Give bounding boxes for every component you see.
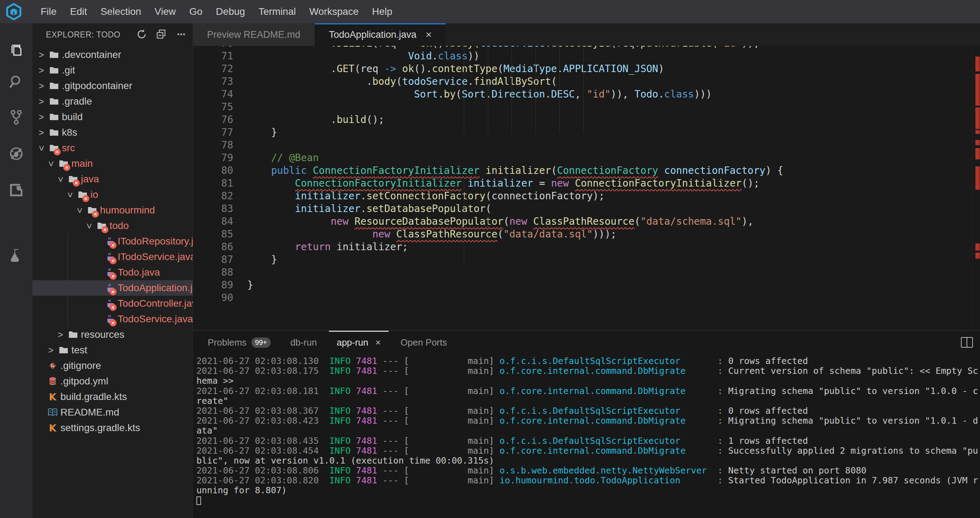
overview-ruler-scrollbar[interactable] [972,46,980,330]
menu-item-file[interactable]: File [34,0,63,23]
tree-item-humourmind[interactable]: >×humourmind [32,202,193,218]
tree-item--devcontainer[interactable]: >.devcontainer [32,47,193,62]
menu-bar: FileEditSelectionViewGoDebugTerminalWork… [0,0,980,23]
code-line-72: 72 .GET(req -> ok().contentType(MediaTyp… [193,62,956,75]
explorer-header: EXPLORER: TODO [32,23,192,46]
problems-count-badge: 99+ [251,338,270,348]
tree-item-label: TodoController.java [118,298,202,309]
code-text: } [247,126,277,138]
tree-item-io[interactable]: >×io [32,187,193,202]
tree-item--gitpodcontainer[interactable]: >.gitpodcontainer [32,78,193,94]
code-text: } [247,254,277,265]
line-number: 85 [193,228,233,240]
code-text: Sort.by(Sort.Direction.DESC, "id")), Tod… [247,88,712,100]
line-number: 70 [193,46,233,49]
split-panel-icon[interactable] [961,337,973,348]
close-tab-icon[interactable]: × [426,29,432,41]
tree-item-todocontroller-java[interactable]: >×TodoController.java [32,296,193,311]
menu-item-edit[interactable]: Edit [63,0,94,23]
terminal-line: reate" [196,396,980,406]
activity-test-flask-icon[interactable] [8,247,24,264]
tree-item--git[interactable]: >.git [32,62,193,78]
code-editor[interactable]: 70 .DELETE(req -> ok().body(todoService.… [193,46,980,330]
tree-item-java[interactable]: >×java [32,171,193,187]
menu-item-selection[interactable]: Selection [94,0,148,23]
activity-files-icon[interactable] [8,42,24,59]
tree-item-src[interactable]: >×src [32,140,193,156]
activity-search-icon[interactable] [8,73,24,90]
tree-item--gitpod-yml[interactable]: >.gitpod.yml [32,373,193,389]
terminal-line: 2021-06-27 02:03:08.435 INFO 7481 --- [ … [196,436,980,446]
code-line-79: 79 // @Bean [193,151,956,164]
tree-item-settings-gradle-kts[interactable]: >Ksettings.gradle.kts [32,420,193,436]
activity-source-control-icon[interactable] [8,109,24,125]
tree-item-k8s[interactable]: >k8s [32,125,193,140]
activity-plugin-icon[interactable] [8,182,24,198]
code-line-87: 87 } [193,253,956,266]
menu-item-debug[interactable]: Debug [209,0,252,23]
terminal-line: 2021-06-27 02:03:08.175 INFO 7481 --- [ … [196,366,980,376]
folder-icon: × [49,143,59,153]
panel-tab-label: db-run [290,337,317,348]
menu-item-terminal[interactable]: Terminal [252,0,303,23]
terminal-line: unning for 8.807) [196,486,980,496]
menu-item-workspace[interactable]: Workspace [302,0,365,23]
menu-item-help[interactable]: Help [365,0,399,23]
tree-item-itodorepository-java[interactable]: >×ITodoRepository.java [32,234,193,249]
tree-item-label: k8s [62,127,77,138]
activity-debug-off-icon[interactable] [8,145,24,162]
terminal-line: 2021-06-27 02:03:08.367 INFO 7481 --- [ … [196,406,980,416]
more-icon[interactable] [175,28,187,40]
collapse-all-icon[interactable] [156,28,167,40]
panel-tab-problems[interactable]: Problems99+ [198,331,280,354]
chevron-icon: > [35,81,47,91]
tree-item-main[interactable]: >×main [32,156,193,171]
line-number: 74 [193,88,233,100]
chevron-icon: > [35,65,47,76]
tree-item-test[interactable]: >test [32,343,193,358]
tree-item-todo-java[interactable]: >×Todo.java [32,265,193,280]
panel-tab-open-ports[interactable]: Open Ports [391,331,457,354]
tree-item-itodoservice-java[interactable]: >×ITodoService.java [32,249,193,265]
terminal-output[interactable]: 2021-06-27 02:03:08.130 INFO 7481 --- [ … [196,356,980,517]
tree-item-label: todo [110,220,129,231]
error-badge: × [73,180,80,186]
code-line-88: 88 [193,266,956,279]
line-number: 80 [193,165,233,176]
chevron-icon: > [46,158,57,170]
tree-item--gitignore[interactable]: >.gitignore [32,358,193,373]
line-number: 71 [193,50,233,62]
file-tree: >.devcontainer>.git>.gitpodcontainer>.gr… [32,47,193,436]
menu-item-go[interactable]: Go [183,0,209,23]
indent-guide [583,46,584,134]
folder-icon [49,65,59,76]
panel-tab-app-run[interactable]: app-run× [327,331,391,354]
explorer-title: EXPLORER: TODO [46,30,121,40]
chevron-icon: > [35,49,47,61]
gitpod-logo-icon[interactable] [5,3,22,21]
refresh-icon[interactable] [136,28,148,40]
tree-item-todo[interactable]: >×todo [32,218,193,234]
line-number: 75 [193,101,233,113]
editor-tab-todoapplication-java[interactable]: TodoApplication.java× [315,23,446,46]
code-line-71: 71 Void.class)) [193,49,956,62]
tree-item-build-gradle-kts[interactable]: >Kbuild.gradle.kts [32,389,193,405]
close-terminal-icon[interactable]: × [375,337,381,348]
tree-item--gradle[interactable]: >.gradle [32,94,193,109]
chevron-icon: > [55,173,66,185]
indent-guide [464,46,464,134]
tree-item-build[interactable]: >build [32,109,193,125]
editor-tab-bar: Preview README.mdTodoApplication.java× [193,23,980,46]
folder-icon [49,96,59,107]
java-file-icon: × [105,314,115,324]
panel-tab-db-run[interactable]: db-run [280,331,327,354]
editor-tab-preview-readme-md[interactable]: Preview README.md [193,23,314,46]
indent-guide [536,46,536,134]
tree-item-readme-md[interactable]: >README.md [32,405,193,420]
tree-item-todoapplication-java[interactable]: >×TodoApplication.java [32,280,193,296]
menu-item-view[interactable]: View [148,0,183,23]
tree-item-todoservice-java[interactable]: >×TodoService.java [32,311,193,327]
folder-icon: × [68,174,78,185]
indent-guide [464,177,464,266]
tree-item-resources[interactable]: >resources [32,327,193,343]
